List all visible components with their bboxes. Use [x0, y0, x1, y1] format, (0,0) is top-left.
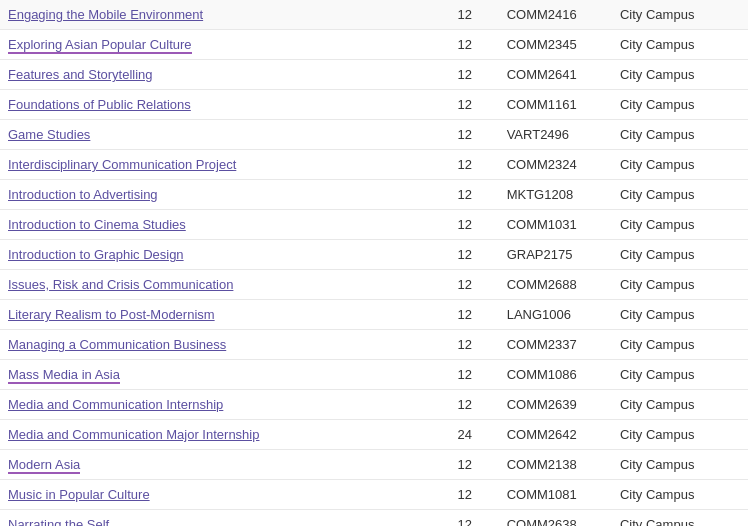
- course-campus: City Campus: [612, 150, 748, 180]
- course-credits: 12: [431, 450, 499, 480]
- course-link[interactable]: Introduction to Graphic Design: [8, 247, 184, 262]
- course-code: COMM2416: [499, 0, 612, 30]
- course-link[interactable]: Introduction to Advertising: [8, 187, 158, 202]
- course-link[interactable]: Literary Realism to Post-Modernism: [8, 307, 215, 322]
- course-link[interactable]: Game Studies: [8, 127, 90, 142]
- course-campus: City Campus: [612, 420, 748, 450]
- course-code: VART2496: [499, 120, 612, 150]
- course-code: GRAP2175: [499, 240, 612, 270]
- course-code: COMM1161: [499, 90, 612, 120]
- course-link[interactable]: Introduction to Cinema Studies: [8, 217, 186, 232]
- course-link[interactable]: Foundations of Public Relations: [8, 97, 191, 112]
- course-credits: 12: [431, 30, 499, 60]
- course-credits: 12: [431, 180, 499, 210]
- course-campus: City Campus: [612, 510, 748, 527]
- table-row: Foundations of Public Relations12COMM116…: [0, 90, 748, 120]
- course-link[interactable]: Modern Asia: [8, 457, 80, 474]
- course-link[interactable]: Music in Popular Culture: [8, 487, 150, 502]
- course-credits: 24: [431, 420, 499, 450]
- table-row: Issues, Risk and Crisis Communication12C…: [0, 270, 748, 300]
- course-credits: 12: [431, 0, 499, 30]
- course-link[interactable]: Managing a Communication Business: [8, 337, 226, 352]
- course-code: COMM1031: [499, 210, 612, 240]
- course-credits: 12: [431, 240, 499, 270]
- table-row: Game Studies12VART2496City Campus: [0, 120, 748, 150]
- course-credits: 12: [431, 60, 499, 90]
- course-link[interactable]: Engaging the Mobile Environment: [8, 7, 203, 22]
- course-code: COMM2324: [499, 150, 612, 180]
- course-campus: City Campus: [612, 270, 748, 300]
- course-credits: 12: [431, 510, 499, 527]
- course-link[interactable]: Issues, Risk and Crisis Communication: [8, 277, 233, 292]
- course-credits: 12: [431, 120, 499, 150]
- course-link[interactable]: Features and Storytelling: [8, 67, 153, 82]
- course-credits: 12: [431, 90, 499, 120]
- table-row: Narrating the Self12COMM2638City Campus: [0, 510, 748, 527]
- course-campus: City Campus: [612, 450, 748, 480]
- course-code: COMM1081: [499, 480, 612, 510]
- course-campus: City Campus: [612, 300, 748, 330]
- table-row: Media and Communication Major Internship…: [0, 420, 748, 450]
- course-campus: City Campus: [612, 360, 748, 390]
- course-credits: 12: [431, 300, 499, 330]
- course-code: COMM2345: [499, 30, 612, 60]
- course-credits: 12: [431, 270, 499, 300]
- course-credits: 12: [431, 330, 499, 360]
- course-credits: 12: [431, 390, 499, 420]
- course-campus: City Campus: [612, 480, 748, 510]
- table-row: Mass Media in Asia12COMM1086City Campus: [0, 360, 748, 390]
- course-campus: City Campus: [612, 0, 748, 30]
- course-code: COMM2641: [499, 60, 612, 90]
- course-campus: City Campus: [612, 180, 748, 210]
- course-campus: City Campus: [612, 390, 748, 420]
- course-link[interactable]: Interdisciplinary Communication Project: [8, 157, 236, 172]
- course-campus: City Campus: [612, 120, 748, 150]
- table-row: Music in Popular Culture12COMM1081City C…: [0, 480, 748, 510]
- table-row: Introduction to Graphic Design12GRAP2175…: [0, 240, 748, 270]
- table-row: Managing a Communication Business12COMM2…: [0, 330, 748, 360]
- course-campus: City Campus: [612, 60, 748, 90]
- course-campus: City Campus: [612, 210, 748, 240]
- table-row: Media and Communication Internship12COMM…: [0, 390, 748, 420]
- course-code: COMM2337: [499, 330, 612, 360]
- course-code: MKTG1208: [499, 180, 612, 210]
- course-link[interactable]: Narrating the Self: [8, 517, 109, 526]
- course-code: COMM2638: [499, 510, 612, 527]
- course-code: COMM2642: [499, 420, 612, 450]
- table-row: Literary Realism to Post-Modernism12LANG…: [0, 300, 748, 330]
- course-campus: City Campus: [612, 330, 748, 360]
- course-code: COMM1086: [499, 360, 612, 390]
- table-row: Modern Asia12COMM2138City Campus: [0, 450, 748, 480]
- table-row: Interdisciplinary Communication Project1…: [0, 150, 748, 180]
- course-campus: City Campus: [612, 240, 748, 270]
- courses-table: Engaging the Mobile Environment12COMM241…: [0, 0, 748, 526]
- course-code: COMM2639: [499, 390, 612, 420]
- course-link[interactable]: Exploring Asian Popular Culture: [8, 37, 192, 54]
- course-credits: 12: [431, 360, 499, 390]
- course-credits: 12: [431, 210, 499, 240]
- course-code: LANG1006: [499, 300, 612, 330]
- table-row: Engaging the Mobile Environment12COMM241…: [0, 0, 748, 30]
- course-link[interactable]: Media and Communication Major Internship: [8, 427, 259, 442]
- course-campus: City Campus: [612, 30, 748, 60]
- course-code: COMM2688: [499, 270, 612, 300]
- table-row: Introduction to Advertising12MKTG1208Cit…: [0, 180, 748, 210]
- course-campus: City Campus: [612, 90, 748, 120]
- course-credits: 12: [431, 480, 499, 510]
- course-code: COMM2138: [499, 450, 612, 480]
- course-link[interactable]: Mass Media in Asia: [8, 367, 120, 384]
- course-link[interactable]: Media and Communication Internship: [8, 397, 223, 412]
- table-row: Features and Storytelling12COMM2641City …: [0, 60, 748, 90]
- table-row: Exploring Asian Popular Culture12COMM234…: [0, 30, 748, 60]
- course-credits: 12: [431, 150, 499, 180]
- table-row: Introduction to Cinema Studies12COMM1031…: [0, 210, 748, 240]
